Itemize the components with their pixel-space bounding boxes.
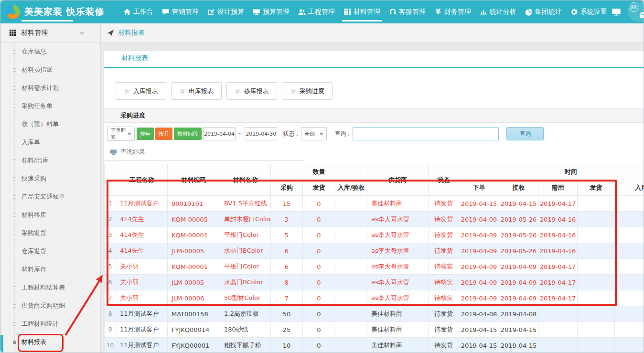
cell-t_order: 2019-04-09 [459,227,499,243]
nav-item[interactable]: 工程管理 [294,0,339,23]
cell-num: 4 [105,243,116,259]
table-row[interactable]: 911月测试客户FYJKQ00014180砂纸250美佳材料商待发货2019-0… [105,322,644,338]
cell-supplier: as李大哥水管 [367,275,429,290]
svg-text:¥: ¥ [435,8,440,16]
table-row[interactable]: 6关小羽JLM-00005水晶门BColor80as李大哥水管待核实2019-0… [105,275,644,290]
cell-t_ship [578,212,615,227]
by-year-button[interactable]: 按年 [137,128,154,140]
col-t_in: 入库/验收 [615,180,644,196]
report-button-label: 采购进度 [300,87,324,96]
table-row[interactable]: 1011月测试客户FYJKQ00001粗找平腻子粉100美佳材料商待发货2019… [105,338,644,353]
tab-bar: 材料报表 [104,51,644,68]
nav-item[interactable]: 工作台 [119,0,158,23]
cell-status: 待发货 [429,243,459,259]
sidebar-item-6[interactable]: 入库单 [0,133,100,151]
brand[interactable]: 美美家装 快乐装修 [0,0,105,23]
report-button[interactable]: ☆采购进度 [282,82,333,100]
table-row[interactable]: 2414先生KQM-00005单封木桠口Color30as李大哥水管待发货201… [105,212,644,227]
search-button[interactable]: 查询 [506,127,544,140]
breadcrumb-label[interactable]: 材料报表 [118,29,145,37]
nav-item[interactable]: 预算管理 [248,0,294,23]
cell-supplier: 美佳材料商 [367,322,429,338]
order-time-select[interactable]: 下单时间 [107,127,135,141]
messages-button[interactable]: 99 [628,2,644,22]
sidebar-item-15[interactable]: 供货商采购明细 [0,297,100,315]
cell-project: 11月测试客户 [116,306,168,322]
query-input[interactable] [353,127,499,140]
nav-item[interactable]: 系统设置 [566,0,612,23]
table-row[interactable]: 111月测试客户90010101BV1.5平方红线150美佳材料商待发货2019… [105,196,644,212]
cell-num: 1 [105,196,116,212]
sidebar-header-label: 材料管理 [21,29,48,37]
col-project: 工程名称 [116,164,168,196]
sidebar-item-7[interactable]: 领料/出库 [0,151,100,170]
cell-t_order: 2019-04-09 [459,290,499,306]
cell-supplier: 美佳材料商 [367,338,429,353]
cell-t_order: 2019-04-09 [459,212,499,227]
sidebar-item-14[interactable]: 工程材料结算表 [0,278,100,297]
sidebar-item-5[interactable]: 收（预）料单 [0,115,100,133]
sidebar-item-2[interactable]: 材料员指派 [0,61,100,79]
sidebar-header-material-mgmt[interactable]: 材料管理 [0,23,100,43]
cell-t_recv: 2019-04-08 [499,306,538,322]
nav-item[interactable]: 营销管理 [158,0,203,23]
sidebar-active-indicator [0,335,3,353]
by-month-button[interactable]: 按月 [155,128,172,140]
cell-project: 414先生 [116,243,168,259]
sidebar-item-1[interactable]: 仓库信息 [0,43,100,61]
cell-status: 待核实 [429,290,459,306]
nav-item[interactable]: 材料管理 [339,0,385,23]
cell-t_order: 2019-04-08 [459,306,499,322]
cell-t_recv: 2019-04-15 [499,338,538,353]
nav-item-label: 客服管理 [399,8,426,16]
cell-num: 8 [105,306,116,322]
status-select[interactable]: 全部 [301,127,327,140]
logo-icon [5,4,21,20]
table-row[interactable]: 7关小羽JLM-0000650型材Color70as李大哥水管待核实2019-0… [105,290,644,306]
date-from-input[interactable] [203,127,236,140]
cell-recv_qty [335,338,367,353]
tab-material-report[interactable]: 材料报表 [104,54,148,67]
cell-recv_qty [335,259,367,275]
nav-item[interactable]: 设计预算 [203,0,248,23]
nav-item[interactable]: 统计分析 [475,0,521,23]
sidebar-item-11[interactable]: 采购退货 [0,224,100,242]
cell-code: JLM-00005 [168,243,220,259]
nav-item[interactable]: ¥财务管理 [430,0,475,23]
main-nav: 工作台营销管理设计预算预算管理工程管理材料管理客服管理¥财务管理统计分析集团统计… [119,0,612,23]
nav-item[interactable]: 客服管理 [385,0,430,23]
sidebar-item-17[interactable]: 材料报表 [0,333,100,351]
nav-item[interactable]: 集团统计 [521,0,566,23]
location-arrow-icon [107,29,114,37]
report-button[interactable]: ☆出库报表 [171,82,222,100]
cell-supplier: as李大哥水管 [367,290,429,306]
display-icon[interactable] [612,7,621,17]
cell-purchase: 5 [271,227,303,243]
report-button[interactable]: ☆入库报表 [116,82,166,100]
table-row[interactable]: 4414先生JLM-00005水晶门BColor60as李大哥水管待发货2019… [105,243,644,259]
sidebar-item-8[interactable]: 快速采购 [0,170,100,188]
by-range-button[interactable]: 按时间段 [174,128,202,140]
table-row[interactable]: 3414先生KQM-00001平板门Color50as李大哥水管待发货2019-… [105,227,644,243]
sidebar-item-10[interactable]: 材料移库 [0,206,100,224]
table-row[interactable]: 5关小羽KQM-00001平板门Color60as李大哥水管待核实2019-04… [105,259,644,275]
col-status: 状态 [429,164,459,196]
table-row[interactable]: 811月测试客户MAT0001581.2高密度板500美佳材料商待发货2019-… [105,306,644,322]
sidebar-item-3[interactable]: 材料需求计划 [0,79,100,97]
report-button[interactable]: ☆移库报表 [226,82,277,100]
sidebar-item-4[interactable]: 采购任务单 [0,97,100,115]
cell-ship_qty: 0 [303,306,335,322]
sidebar-item-16[interactable]: 工程材料统计 [0,315,100,333]
sidebar-item-13[interactable]: 材料库存 [0,260,100,278]
sidebar-item-9[interactable]: 产品安装通知单 [0,188,100,206]
date-to-input[interactable] [245,127,277,140]
cell-t_recv: 2019-05-26 [499,212,538,227]
content-card: 材料报表 ☆入库报表☆出库报表☆移库报表☆采购进度 采购进度 下单时间 按年 按… [104,51,644,353]
cell-t_in [615,227,644,243]
col-supplier: 供货商 [367,164,429,196]
sidebar-item-12[interactable]: 仓库退货 [0,242,100,260]
cell-t_order: 2019-04-15 [459,338,499,353]
cell-project: 11月测试客户 [116,196,168,212]
nav-item-label: 预算管理 [263,8,290,16]
cell-code: FYJKQ00014 [168,322,220,338]
